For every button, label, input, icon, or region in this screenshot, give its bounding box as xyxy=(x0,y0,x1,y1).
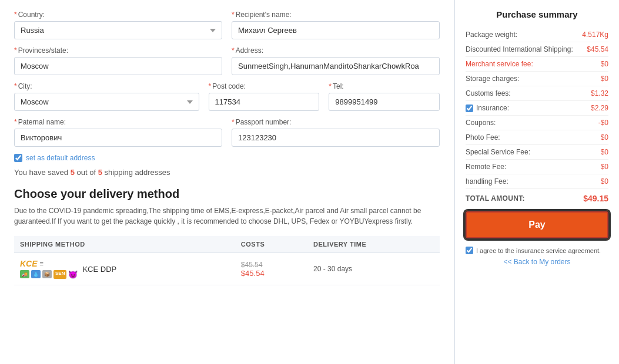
col-costs: COSTS xyxy=(235,236,307,253)
sen-badge: SEN xyxy=(53,270,66,279)
customs-label: Customs fees: xyxy=(466,89,511,97)
tel-label: *Tel: xyxy=(329,82,440,90)
province-group: *Provinces/state: xyxy=(14,46,222,75)
summary-row-handling: handling Fee: $0 xyxy=(466,174,608,189)
tel-input[interactable] xyxy=(329,93,440,111)
address-label: *Address: xyxy=(232,46,440,55)
shipping-value: $45.54 xyxy=(587,45,608,53)
back-to-orders-link[interactable]: << Back to My orders xyxy=(466,258,608,266)
remote-value: $0 xyxy=(601,163,608,171)
merchant-label: Merchant service fee: xyxy=(466,60,533,68)
country-group: *Country: Russia xyxy=(14,11,222,39)
total-value: $49.15 xyxy=(583,194,608,203)
insurance-label: Insurance: xyxy=(466,104,509,112)
kce-icon-box: 📦 xyxy=(42,270,52,278)
city-select[interactable]: Moscow xyxy=(14,93,199,111)
storage-label: Storage charges: xyxy=(466,75,519,83)
default-address-label[interactable]: set as default address xyxy=(26,154,95,162)
special-value: $0 xyxy=(601,148,608,156)
summary-title: Purchase summary xyxy=(466,9,608,19)
agree-row: I agree to the insurance service agreeme… xyxy=(466,247,608,254)
save-notice: You have saved 5 out of 5 shipping addre… xyxy=(14,168,440,177)
province-input[interactable] xyxy=(14,57,222,75)
summary-row-merchant: Merchant service fee: $0 xyxy=(466,57,608,72)
paternal-input[interactable] xyxy=(14,129,222,147)
city-group: *City: Moscow xyxy=(14,82,199,111)
summary-row-customs: Customs fees: $1.32 xyxy=(466,86,608,101)
paternal-label: *Paternal name: xyxy=(14,118,222,126)
summary-row-shipping: Discounted International Shipping: $45.5… xyxy=(466,42,608,57)
recipient-input[interactable] xyxy=(232,21,440,39)
agree-insurance-checkbox[interactable] xyxy=(466,247,473,254)
special-label: Special Service Fee: xyxy=(466,148,530,156)
country-label: *Country: xyxy=(14,11,222,19)
summary-row-storage: Storage charges: $0 xyxy=(466,72,608,86)
summary-row-remote: Remote Fee: $0 xyxy=(466,160,608,174)
photo-value: $0 xyxy=(601,133,608,141)
shipping-table: SHIPPING METHOD COSTS DELIVERY TIME KCE xyxy=(14,236,440,285)
tel-group: *Tel: xyxy=(329,82,440,111)
price-new: $45.54 xyxy=(241,269,302,278)
purchase-summary-panel: Purchase summary Package weight: 4.517Kg… xyxy=(454,0,619,364)
summary-row-weight: Package weight: 4.517Kg xyxy=(466,28,608,42)
method-name: KCE DDP xyxy=(82,265,116,274)
coupons-label: Coupons: xyxy=(466,119,496,127)
delivery-notice: Due to the COVID-19 pandemic spreading,T… xyxy=(14,205,440,227)
kce-icon-emoji: 😈 xyxy=(68,270,78,279)
weight-value: 4.517Kg xyxy=(582,31,608,39)
summary-row-photo: Photo Fee: $0 xyxy=(466,130,608,145)
kce-icon-truck: 🚚 xyxy=(20,270,29,278)
postcode-input[interactable] xyxy=(209,93,320,111)
kce-logo-text: KCE xyxy=(20,259,38,268)
kce-icon-drop: 💧 xyxy=(31,270,41,278)
postcode-group: *Post code: xyxy=(209,82,320,111)
handling-value: $0 xyxy=(601,177,608,186)
method-cell: KCE ≡ 🚚 💧 📦 SEN 😈 xyxy=(14,253,235,285)
remote-label: Remote Fee: xyxy=(466,163,506,171)
col-method: SHIPPING METHOD xyxy=(14,236,235,253)
price-old: $45.54 xyxy=(241,261,302,269)
summary-row-special: Special Service Fee: $0 xyxy=(466,145,608,160)
address-input[interactable] xyxy=(232,57,440,75)
photo-label: Photo Fee: xyxy=(466,133,500,141)
summary-row-insurance: Insurance: $2.29 xyxy=(466,101,608,116)
insurance-value: $2.29 xyxy=(591,104,608,112)
table-row: KCE ≡ 🚚 💧 📦 SEN 😈 xyxy=(14,253,440,285)
total-row: TOTAL AMOUNT: $49.15 xyxy=(466,189,608,207)
passport-input[interactable] xyxy=(232,129,440,147)
delivery-heading: Choose your delivery method xyxy=(14,187,440,201)
recipient-label: *Recipient's name: xyxy=(232,11,440,19)
province-label: *Provinces/state: xyxy=(14,46,222,55)
default-address-checkbox[interactable] xyxy=(14,154,22,162)
kce-logo-container: KCE ≡ 🚚 💧 📦 SEN 😈 xyxy=(20,259,78,279)
delivery-section: Choose your delivery method Due to the C… xyxy=(14,187,440,285)
country-select[interactable]: Russia xyxy=(14,21,222,39)
recipient-group: *Recipient's name: xyxy=(232,11,440,39)
col-time: DELIVERY TIME xyxy=(307,236,440,253)
pay-button[interactable]: Pay xyxy=(466,211,608,238)
total-label: TOTAL AMOUNT: xyxy=(466,194,525,203)
city-label: *City: xyxy=(14,82,199,90)
passport-label: *Passport number: xyxy=(232,118,440,126)
storage-value: $0 xyxy=(601,75,608,83)
customs-value: $1.32 xyxy=(591,89,608,97)
address-group: *Address: xyxy=(232,46,440,75)
coupons-value: -$0 xyxy=(598,119,608,127)
paternal-group: *Paternal name: xyxy=(14,118,222,147)
merchant-value: $0 xyxy=(601,60,608,68)
shipping-label: Discounted International Shipping: xyxy=(466,45,573,53)
kce-logo-accent: ≡ xyxy=(40,260,44,267)
agree-insurance-label[interactable]: I agree to the insurance service agreeme… xyxy=(476,247,601,254)
passport-group: *Passport number: xyxy=(232,118,440,147)
postcode-label: *Post code: xyxy=(209,82,320,90)
insurance-checkbox[interactable] xyxy=(466,105,473,112)
summary-row-coupons: Coupons: -$0 xyxy=(466,116,608,130)
weight-label: Package weight: xyxy=(466,31,517,39)
cost-cell: $45.54 $45.54 xyxy=(235,253,307,285)
kce-icons: 🚚 💧 📦 SEN 😈 xyxy=(20,270,78,279)
default-address-row: set as default address xyxy=(14,154,440,162)
handling-label: handling Fee: xyxy=(466,177,508,186)
delivery-time-cell: 20 - 30 days xyxy=(307,253,440,285)
